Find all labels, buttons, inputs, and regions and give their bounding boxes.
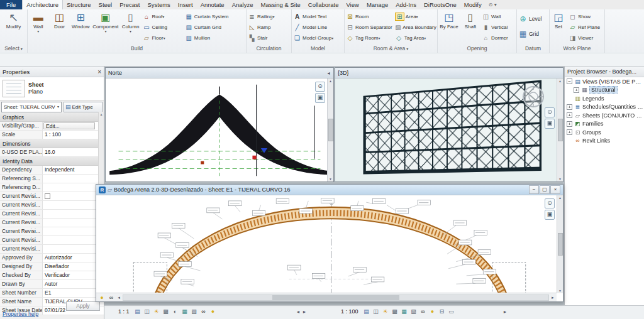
modify-button[interactable]: ↖ Modify	[3, 11, 25, 30]
scroll-left-icon[interactable]: ◄	[296, 310, 301, 314]
level-button[interactable]: ⊕Level	[518, 11, 541, 26]
expand-icon[interactable]: +	[567, 112, 572, 118]
ribbon-display-toggle-icon[interactable]: ⊙ ▾	[486, 0, 500, 9]
crop-view-icon[interactable]: ▦	[181, 308, 189, 315]
tab-precast[interactable]: Precast	[116, 0, 143, 9]
column-button[interactable]: ▯ Column ▾	[120, 11, 142, 33]
edit-type-button[interactable]: ▤ Edit Type	[64, 102, 103, 112]
tab-insert[interactable]: Insert	[174, 0, 197, 9]
view-compass-icon[interactable]	[521, 85, 545, 109]
grid-button[interactable]: ▦Grid	[518, 26, 541, 41]
tab-analyze[interactable]: Analyze	[228, 0, 257, 9]
room-separator-button[interactable]: ⊟Room Separator	[346, 22, 392, 33]
sun-settings-icon[interactable]: ☀	[382, 308, 389, 315]
scroll-right-icon[interactable]: ►	[551, 296, 555, 300]
expand-icon[interactable]: +	[567, 129, 572, 135]
scroll-up-icon[interactable]: ▲	[558, 196, 562, 200]
tab-dirootsone[interactable]: DiRootsOne	[420, 0, 460, 9]
tag-area-button[interactable]: ◇Tag Area▾	[395, 33, 436, 43]
tab-modify[interactable]: Modify	[460, 0, 486, 9]
steering-wheel-icon[interactable]: ⊙	[545, 107, 555, 117]
shadows-icon[interactable]: ▩	[391, 308, 399, 315]
scroll-down-icon[interactable]: ▼	[558, 177, 562, 181]
temporary-hide-icon[interactable]: ∞	[419, 308, 427, 315]
door-button[interactable]: ◫ Door	[49, 11, 70, 30]
group-row[interactable]: Graphics⌃	[0, 113, 104, 122]
steering-wheel-icon[interactable]: ⊙	[545, 198, 555, 208]
scrollbar-thumb[interactable]	[328, 119, 333, 141]
tab-view[interactable]: View	[342, 0, 362, 9]
worksharing-display-icon[interactable]: ⊟	[438, 308, 446, 315]
apply-button[interactable]: Apply	[66, 301, 100, 311]
tree-item-revit-links[interactable]: ∞ Revit Links	[565, 137, 644, 146]
detail-level-icon[interactable]: ▤	[134, 308, 142, 315]
detail-level-icon[interactable]: ▤	[363, 308, 370, 315]
crop-region-icon[interactable]: ▧	[410, 308, 418, 315]
visual-style-icon[interactable]: ◫	[372, 308, 380, 315]
model-group-button[interactable]: ❏Model Group▾	[293, 33, 333, 43]
model-text-button[interactable]: AModel Text	[293, 11, 333, 22]
wall-button[interactable]: ▬ Wall ▾	[28, 11, 49, 33]
room-button[interactable]: ⊠Room	[346, 11, 392, 22]
tree-item-schedules[interactable]: + ≣ Schedules/Quantities (t...	[565, 103, 644, 112]
revision-checkbox[interactable]	[45, 193, 50, 199]
roof-button[interactable]: ⌂Roof▾	[142, 11, 182, 22]
temporary-hide-icon[interactable]: ∞	[108, 294, 115, 301]
vertical-opening-button[interactable]: ▮Vertical	[482, 22, 514, 33]
mullion-button[interactable]: ▥Mullion	[185, 33, 245, 43]
scroll-left-icon[interactable]: ◄	[326, 71, 331, 75]
scrollbar-thumb[interactable]	[558, 119, 563, 141]
group-row[interactable]: Dimensions⌃	[0, 139, 104, 148]
tree-item-legends[interactable]: ▥ Legends	[565, 94, 644, 103]
tree-item-sheets[interactable]: + ▱ Sheets (CONJUNTO DE ...	[565, 111, 644, 120]
viewer-button[interactable]: ◨Viewer	[569, 33, 602, 43]
vertical-scrollbar[interactable]: ▲▼	[557, 195, 563, 293]
group-row[interactable]: Identity Data⌃	[0, 157, 104, 166]
model-panel-label[interactable]: Model	[292, 45, 344, 53]
tab-massing-site[interactable]: Massing & Site	[257, 0, 304, 9]
type-selector[interactable]: Sheet: TIJERAL CURV ▾	[1, 102, 62, 112]
scroll-down-icon[interactable]: ▼	[329, 177, 332, 181]
show-button[interactable]: ◻Show	[569, 11, 602, 22]
tag-room-button[interactable]: ◇Tag Room▾	[346, 33, 392, 43]
shadows-icon[interactable]: ▩	[162, 308, 170, 315]
3d-window-titlebar[interactable]: {3D}	[335, 68, 563, 78]
by-face-button[interactable]: ◳ By Face	[438, 11, 460, 30]
sheet-window-titlebar[interactable]: R ▱ Bodega Arena 2.0-3D-Desenlazado - Sh…	[96, 185, 563, 195]
wall-opening-button[interactable]: ◫Wall	[482, 11, 514, 22]
zoom-control-icon[interactable]: ▣	[315, 93, 325, 103]
view-scale-button[interactable]: 1 : 100	[338, 308, 361, 315]
curtain-grid-button[interactable]: ▤Curtain Grid	[185, 22, 245, 33]
constraints-icon[interactable]: ▭	[448, 308, 455, 315]
restore-button[interactable]: ▢	[540, 185, 550, 194]
steering-wheel-icon[interactable]: ⊙	[315, 82, 325, 92]
scrollbar-thumb[interactable]	[272, 295, 400, 300]
tab-collaborate[interactable]: Collaborate	[304, 0, 343, 9]
edit-visibility-button[interactable]: Edit...	[43, 122, 95, 129]
tab-structure[interactable]: Structure	[63, 0, 95, 9]
zoom-control-icon[interactable]: ▣	[545, 119, 555, 129]
window-button[interactable]: ⊞ Window	[70, 11, 91, 30]
scrollbar-thumb[interactable]	[558, 233, 563, 256]
scroll-right-icon[interactable]: ►	[302, 310, 306, 314]
scroll-up-icon[interactable]: ▲	[329, 79, 332, 83]
shaft-button[interactable]: ▯ Shaft	[460, 11, 480, 30]
tree-item-structural[interactable]: + ▦ Structural	[565, 86, 644, 95]
rendering-icon[interactable]: ◐	[172, 308, 179, 315]
build-panel-label[interactable]: Build	[28, 45, 246, 53]
close-icon[interactable]: ×	[97, 68, 101, 75]
tab-systems[interactable]: Systems	[143, 0, 174, 9]
room-area-panel-label[interactable]: Room & Area▾	[345, 45, 437, 53]
vertical-scrollbar[interactable]: ▲▼	[557, 78, 563, 181]
curtain-system-button[interactable]: ▦Curtain System	[185, 11, 245, 22]
collapse-expander-icon[interactable]: −	[567, 78, 572, 84]
sheet-view-canvas[interactable]: ⊙ ▣ ▲▼ ● ∞ ◄ ►	[96, 195, 563, 301]
close-button[interactable]: ×	[550, 185, 560, 194]
ref-plane-button[interactable]: ▱Ref Plane	[569, 22, 602, 33]
tab-steel[interactable]: Steel	[95, 0, 116, 9]
crop-region-icon[interactable]: ▧	[191, 308, 198, 315]
datum-panel-label[interactable]: Datum	[517, 45, 549, 53]
scroll-up-icon[interactable]: ▲	[558, 79, 562, 83]
type-preview[interactable]: Sheet Plano	[0, 77, 104, 100]
vertical-scrollbar[interactable]: ▲▼	[327, 78, 333, 181]
